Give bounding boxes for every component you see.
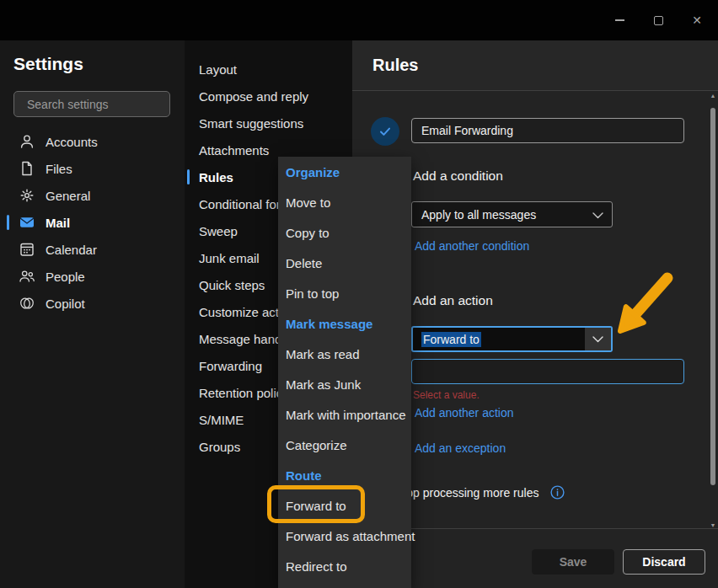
add-another-condition-link[interactable]: Add another condition	[415, 239, 529, 253]
menu-item-mark-as-read[interactable]: Mark as read	[278, 339, 411, 369]
add-another-action-link[interactable]: Add another action	[415, 406, 514, 420]
scrollbar-thumb[interactable]	[710, 108, 715, 485]
add-an-exception-link[interactable]: Add an exception	[415, 441, 506, 455]
rule-name-input[interactable]	[411, 118, 684, 143]
search-settings-box[interactable]	[13, 91, 170, 117]
chevron-down-icon	[592, 336, 603, 343]
menu-item-pin-to-top[interactable]: Pin to top	[278, 278, 411, 308]
save-button[interactable]: Save	[532, 549, 614, 575]
forward-address-input[interactable]	[411, 359, 684, 384]
person-icon	[19, 133, 35, 150]
action-options-menu: Organize Move to Copy to Delete Pin to t…	[278, 157, 411, 588]
chevron-down-icon	[592, 212, 603, 219]
menu-item-mark-as-junk[interactable]: Mark as Junk	[278, 369, 411, 399]
sidebar-item-accounts[interactable]: Accounts	[0, 128, 185, 155]
sidebar-item-calendar[interactable]: Calendar	[0, 236, 185, 263]
stop-processing-row: Stop processing more rules	[395, 485, 565, 500]
sidebar-item-general[interactable]: General	[0, 182, 185, 209]
menu-item-move-to[interactable]: Move to	[278, 187, 411, 217]
menu-item-categorize[interactable]: Categorize	[278, 430, 411, 460]
discard-button[interactable]: Discard	[623, 549, 705, 575]
stop-processing-label: Stop processing more rules	[395, 486, 538, 500]
mailnav-item-layout[interactable]: Layout	[185, 56, 352, 83]
mailnav-item-compose-and-reply[interactable]: Compose and reply	[185, 83, 352, 110]
close-button[interactable]: ✕	[678, 0, 716, 40]
minimize-icon	[615, 19, 624, 21]
window-controls: ✕	[600, 0, 716, 40]
menu-item-delete[interactable]: Delete	[278, 248, 411, 278]
titlebar: ✕	[0, 0, 718, 40]
selected-indicator	[187, 169, 190, 184]
settings-title: Settings	[13, 54, 83, 74]
sidebar-item-files[interactable]: Files	[0, 155, 185, 182]
checkmark-icon	[378, 124, 393, 139]
file-icon	[19, 160, 35, 177]
condition-dropdown[interactable]: Apply to all messages	[411, 201, 613, 227]
condition-heading: Add a condition	[413, 168, 503, 184]
scroll-up-icon[interactable]: ▲	[710, 93, 716, 99]
menu-group-route: Route	[278, 460, 411, 490]
menu-item-mark-with-importance[interactable]: Mark with importance	[278, 399, 411, 430]
settings-categories: Accounts Files General	[0, 128, 185, 317]
validation-error: Select a value.	[413, 389, 480, 401]
maximize-icon	[654, 16, 663, 25]
outlook-settings-window: ✕ Settings Accounts	[0, 0, 718, 588]
sidebar-item-label: Accounts	[46, 135, 98, 149]
sidebar-item-mail[interactable]: Mail	[0, 209, 185, 236]
maximize-button[interactable]	[639, 0, 678, 40]
settings-sidebar: Settings Accounts Files	[0, 40, 185, 588]
info-icon[interactable]	[550, 485, 565, 500]
people-icon	[19, 268, 35, 285]
minimize-button[interactable]	[600, 0, 639, 40]
copilot-icon	[19, 295, 35, 312]
gear-icon	[19, 187, 35, 204]
menu-group-organize: Organize	[278, 157, 411, 187]
sidebar-item-label: Files	[46, 162, 72, 176]
sidebar-item-label: Copilot	[46, 297, 85, 311]
menu-group-mark-message: Mark message	[278, 308, 411, 339]
sidebar-item-people[interactable]: People	[0, 263, 185, 290]
mailnav-item-smart-suggestions[interactable]: Smart suggestions	[185, 110, 352, 136]
menu-item-copy-to[interactable]: Copy to	[278, 217, 411, 248]
sidebar-item-label: General	[46, 189, 90, 203]
mail-icon	[19, 214, 35, 231]
vertical-scrollbar[interactable]: ▲ ▼	[710, 91, 716, 532]
action-dropdown-chevron-button[interactable]	[585, 328, 611, 350]
action-dropdown[interactable]: Forward to	[411, 326, 613, 352]
selected-indicator	[7, 215, 9, 230]
rule-enabled-toggle[interactable]	[371, 117, 399, 146]
close-icon: ✕	[692, 14, 702, 26]
search-settings-input[interactable]	[27, 98, 180, 111]
menu-item-redirect-to[interactable]: Redirect to	[278, 551, 411, 581]
menu-item-forward-to[interactable]: Forward to	[278, 490, 411, 521]
page-title: Rules	[372, 56, 418, 75]
calendar-icon	[19, 241, 35, 258]
action-dropdown-value: Forward to	[421, 332, 481, 347]
action-heading: Add an action	[413, 293, 493, 308]
menu-item-forward-as-attachment[interactable]: Forward as attachment	[278, 521, 411, 551]
condition-dropdown-value: Apply to all messages	[421, 208, 536, 222]
rules-panel-header: Rules	[352, 40, 718, 91]
sidebar-item-label: Calendar	[46, 243, 97, 257]
sidebar-item-copilot[interactable]: Copilot	[0, 290, 185, 317]
sidebar-item-label: Mail	[46, 216, 70, 230]
sidebar-item-label: People	[46, 270, 85, 284]
scroll-down-icon[interactable]: ▼	[710, 522, 716, 528]
